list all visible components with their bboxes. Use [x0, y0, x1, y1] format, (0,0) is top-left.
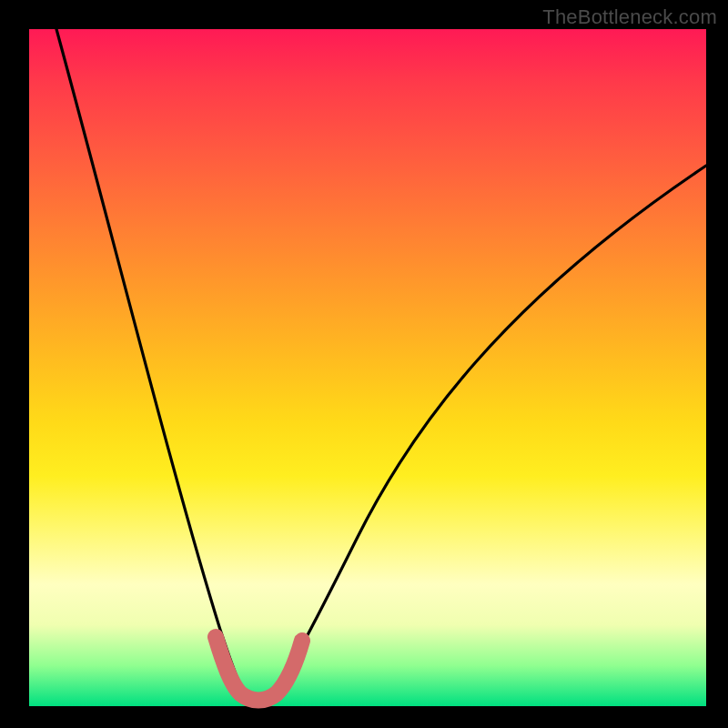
bottleneck-curve [56, 29, 706, 700]
watermark-text: TheBottleneck.com [542, 5, 717, 29]
chart-frame: TheBottleneck.com [0, 0, 728, 728]
curve-layer [29, 29, 706, 706]
plot-area [29, 29, 706, 706]
highlight-band [216, 637, 302, 701]
